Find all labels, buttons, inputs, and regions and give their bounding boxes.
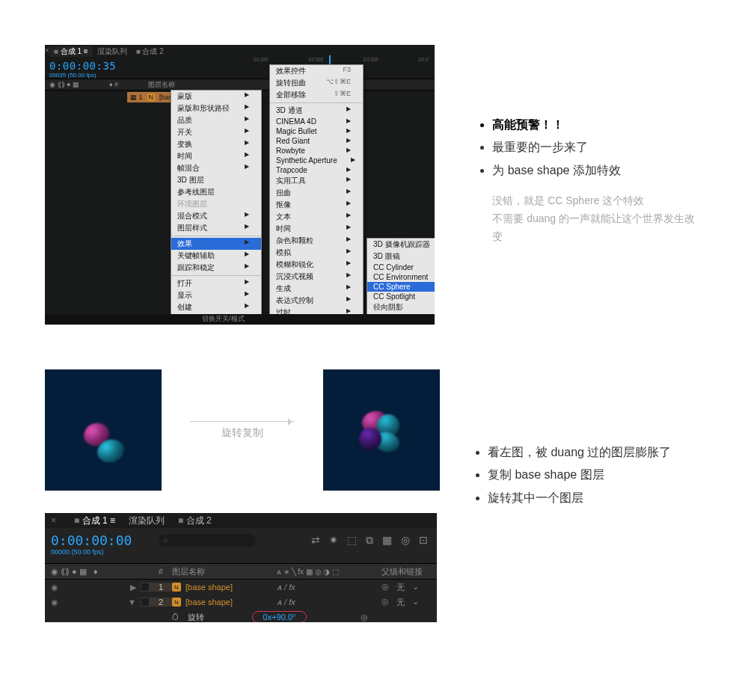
menu-item[interactable]: 生成 (270, 283, 363, 295)
ae1-tabs: × ■ 合成 1 ≡ 渲染队列 ■ 合成 2 (45, 45, 435, 57)
menu-item[interactable]: CC Environment (367, 272, 435, 282)
notes1-sub: 没错，就是 CC Sphere 这个特效 不需要 duang 的一声就能让这个世… (479, 192, 703, 245)
arrow-label: 旋转复制 (221, 426, 263, 440)
icon[interactable]: ◎ (401, 534, 410, 547)
ae1-tab-0[interactable]: ■ 合成 1 ≡ (49, 46, 93, 57)
menu-item[interactable]: 混合模式 (171, 210, 261, 222)
note: 看左图，被 duang 过的图层膨胀了 (488, 441, 671, 464)
context-menu-layer: 蒙版蒙版和形状路径品质开关变换时间帧混合3D 图层参考线图层环境图层混合模式图层… (171, 90, 262, 325)
menu-item[interactable]: 模拟 (270, 247, 363, 259)
menu-item[interactable]: 3D 图层 (171, 174, 261, 186)
note: 为 base shape 添加特效 (492, 159, 703, 182)
ae-screenshot-layers: × ■ 合成 1 ≡ 渲染队列 ■ 合成 2 0:00:00:00 00000 … (45, 513, 437, 622)
menu-item[interactable]: 蒙版和形状路径 (171, 102, 261, 114)
note: 高能预警！！ (492, 114, 703, 136)
ae2-toolbar-icons: ⇄ ✷ ⬚ ⧉ ▦ ◎ ⊡ (311, 534, 428, 547)
note: 复制 base shape 图层 (488, 464, 671, 486)
arrow-wrap: 旋转复制 (162, 421, 323, 440)
menu-item[interactable]: 关键帧辅助 (171, 250, 261, 262)
menu-item[interactable]: Trapcode (270, 165, 363, 175)
icon[interactable]: ✷ (329, 534, 338, 547)
menu-item[interactable]: 时间 (270, 223, 363, 235)
menu-item[interactable]: Synthetic Aperture (270, 156, 363, 165)
arrow-icon (190, 421, 295, 422)
menu-item[interactable]: 效果 (171, 238, 261, 250)
menu-item[interactable]: 品质 (171, 114, 261, 126)
menu-item[interactable]: 效果控件F3 (270, 65, 363, 77)
icon[interactable]: ⊡ (419, 534, 428, 547)
menu-item[interactable]: CC Sphere (367, 282, 435, 292)
menu-item[interactable]: 全部移除⇧⌘E (270, 89, 363, 101)
menu-item[interactable]: 蒙版 (171, 90, 261, 102)
menu-item[interactable]: 径向阴影 (367, 301, 435, 313)
menu-item[interactable]: 3D 摄像机跟踪器 (367, 239, 435, 251)
blob-d (359, 428, 381, 450)
menu-item[interactable]: 开关 (171, 126, 261, 138)
menu-item[interactable]: 环境图层 (171, 198, 261, 210)
context-menu-effect-category: 效果控件F3旋转扭曲⌥⇧⌘E全部移除⇧⌘E3D 通道CINEMA 4DMagic… (269, 64, 364, 325)
ae2-tab-1[interactable]: 渲染队列 (129, 515, 165, 527)
menu-item[interactable]: CC Spotlight (367, 292, 435, 301)
menu-item[interactable]: 文本 (270, 211, 363, 223)
menu-item[interactable]: 模糊和锐化 (270, 259, 363, 271)
note: 旋转其中一个图层 (488, 487, 671, 509)
menu-item[interactable]: 参考线图层 (171, 186, 261, 198)
menu-item[interactable]: 创建 (171, 301, 261, 313)
ae1-footer: 切换开关/模式 (45, 314, 435, 325)
ae1-tab-1[interactable]: 渲染队列 (93, 46, 132, 57)
menu-item[interactable]: 旋转扭曲⌥⇧⌘E (270, 77, 363, 89)
icon[interactable]: ▦ (382, 534, 392, 547)
ae2-tab-0[interactable]: ■ 合成 1 ≡ (74, 515, 115, 527)
notes-1: 高能预警！！ 最重要的一步来了 为 base shape 添加特效 没错，就是 … (479, 114, 703, 246)
notes-2: 看左图，被 duang 过的图层膨胀了 复制 base shape 图层 旋转其… (474, 441, 671, 509)
rotation-value[interactable]: 0x+90.0° (252, 611, 307, 622)
rotation-row: Ŏ 旋转 0x+90.0° ◎ (45, 610, 437, 622)
menu-item[interactable]: 图层样式 (171, 222, 261, 234)
ae1-columns: ◉ ⟪⟫ ● ▦♦ #图层名称 (45, 79, 435, 90)
preview-before (45, 369, 162, 491)
note: 最重要的一步来了 (492, 136, 703, 159)
menu-item[interactable]: Red Giant (270, 136, 363, 146)
menu-item[interactable]: 3D 眼镜 (367, 251, 435, 262)
menu-item[interactable]: 跟踪和稳定 (171, 262, 261, 274)
menu-item[interactable]: Magic Bullet (270, 126, 363, 136)
layer-row-2[interactable]: ◉▼ 2 N[base shape] ᴀ / fx ◎无⌄ (45, 595, 437, 610)
menu-item[interactable]: 扭曲 (270, 187, 363, 199)
menu-item[interactable]: 实用工具 (270, 175, 363, 187)
ae2-header: ◉ ⟪⟫ ● ▦ ♦ # 图层名称 ᴀ ∗ ╲ fx ▦ ◎ ◑ ⬚ 父级和链接 (45, 563, 437, 580)
ae2-fps: 00000 (50.00 fps) (45, 548, 437, 556)
menu-item[interactable]: 3D 通道 (270, 105, 363, 117)
ae2-tabs: × ■ 合成 1 ≡ 渲染队列 ■ 合成 2 (45, 513, 437, 528)
section-2: 旋转复制 × ■ 合成 1 ≡ 渲染队列 ■ 合成 2 0:00:00:00 0… (45, 369, 703, 622)
preview-column: 旋转复制 × ■ 合成 1 ≡ 渲染队列 ■ 合成 2 0:00:00:00 0… (45, 369, 440, 622)
menu-item[interactable]: 时间 (171, 150, 261, 162)
menu-item[interactable]: 沉浸式视频 (270, 271, 363, 283)
ae2-search-input[interactable]: ⌕ (159, 534, 256, 547)
menu-item[interactable]: 帧混合 (171, 162, 261, 174)
icon[interactable]: ⬚ (347, 534, 357, 547)
menu-item[interactable]: 变换 (171, 138, 261, 150)
menu-item[interactable]: CINEMA 4D (270, 117, 363, 126)
menu-item[interactable]: 抠像 (270, 199, 363, 211)
ae1-fps: 00035 (50.00 fps) (45, 72, 435, 79)
preview-after (323, 369, 440, 491)
menu-item[interactable]: Rowbyte (270, 146, 363, 156)
menu-item[interactable]: 打开 (171, 277, 261, 289)
menu-item[interactable]: 表达式控制 (270, 295, 363, 307)
context-menu-perspective: 3D 摄像机跟踪器3D 眼镜CC CylinderCC EnvironmentC… (367, 238, 435, 325)
menu-item[interactable]: 杂色和颗粒 (270, 235, 363, 247)
ae-screenshot-effect-menu: × ■ 合成 1 ≡ 渲染队列 ■ 合成 2 0:00:00:35 00035 … (45, 45, 435, 325)
notes2-list: 看左图，被 duang 过的图层膨胀了 复制 base shape 图层 旋转其… (474, 441, 671, 509)
menu-item[interactable]: 显示 (171, 289, 261, 301)
section-1: × ■ 合成 1 ≡ 渲染队列 ■ 合成 2 0:00:00:35 00035 … (45, 45, 703, 325)
menu-item[interactable]: CC Cylinder (367, 262, 435, 272)
rotation-label: 旋转 (188, 612, 204, 623)
ae1-tab-2[interactable]: ■ 合成 2 (132, 46, 168, 57)
ae2-tab-2[interactable]: ■ 合成 2 (178, 515, 212, 527)
layer-row-1[interactable]: ◉▶ 1 N[base shape] ᴀ / fx ◎无⌄ (45, 580, 437, 595)
notes1-list: 高能预警！！ 最重要的一步来了 为 base shape 添加特效 (479, 114, 703, 182)
icon[interactable]: ⧉ (366, 534, 373, 547)
icon[interactable]: ⇄ (311, 534, 320, 547)
